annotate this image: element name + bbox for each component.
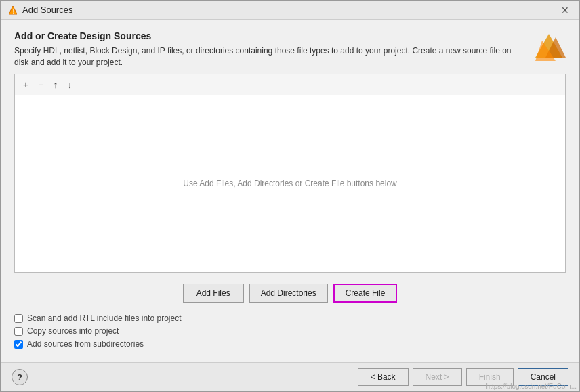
header-description: Specify HDL, netlist, Block Design, and …	[14, 45, 525, 68]
file-toolbar: + − ↑ ↓	[15, 74, 565, 95]
add-file-toolbar-btn[interactable]: +	[19, 77, 33, 92]
dialog-title: Add Sources	[22, 5, 72, 15]
action-buttons: Add Files Add Directories Create File	[14, 278, 566, 305]
remove-file-toolbar-btn[interactable]: −	[34, 77, 47, 92]
options-section: Scan and add RTL include files into proj…	[14, 311, 566, 351]
footer-left: ?	[12, 369, 28, 385]
scan-rtl-label: Scan and add RTL include files into proj…	[27, 313, 181, 323]
title-bar-left: ! Add Sources	[7, 5, 72, 16]
add-subdirs-option: Add sources from subdirectories	[14, 339, 566, 349]
next-button[interactable]: Next >	[413, 368, 462, 386]
add-sources-dialog: ! Add Sources ✕ Add or Create Design Sou…	[0, 0, 580, 392]
dialog-icon: !	[7, 5, 18, 16]
help-button[interactable]: ?	[12, 369, 28, 385]
content-area: Add or Create Design Sources Specify HDL…	[1, 20, 579, 362]
header-title: Add or Create Design Sources	[14, 30, 525, 41]
file-panel: + − ↑ ↓ Use Add Files, Add Directories o…	[14, 74, 566, 273]
create-file-button[interactable]: Create File	[333, 284, 398, 303]
copy-sources-checkbox[interactable]	[14, 327, 23, 336]
scan-rtl-checkbox[interactable]	[14, 314, 23, 323]
header-section: Add or Create Design Sources Specify HDL…	[14, 30, 566, 68]
add-files-button[interactable]: Add Files	[183, 284, 244, 303]
move-up-toolbar-btn[interactable]: ↑	[49, 77, 62, 92]
vivado-logo	[532, 30, 566, 64]
move-down-toolbar-btn[interactable]: ↓	[63, 77, 76, 92]
scan-rtl-option: Scan and add RTL include files into proj…	[14, 313, 566, 323]
title-bar: ! Add Sources ✕	[1, 1, 579, 20]
file-list: Use Add Files, Add Directories or Create…	[15, 95, 565, 272]
copy-sources-option: Copy sources into project	[14, 326, 566, 336]
add-subdirs-label: Add sources from subdirectories	[27, 339, 144, 349]
add-subdirs-checkbox[interactable]	[14, 340, 23, 349]
file-list-placeholder: Use Add Files, Add Directories or Create…	[183, 179, 396, 188]
back-button[interactable]: < Back	[358, 368, 409, 386]
header-text: Add or Create Design Sources Specify HDL…	[14, 30, 525, 68]
close-button[interactable]: ✕	[558, 4, 573, 16]
add-directories-button[interactable]: Add Directories	[249, 284, 328, 303]
svg-text:!: !	[13, 8, 15, 15]
watermark: https://blog.csdn.net/FuCom...	[486, 383, 577, 390]
copy-sources-label: Copy sources into project	[27, 326, 119, 336]
